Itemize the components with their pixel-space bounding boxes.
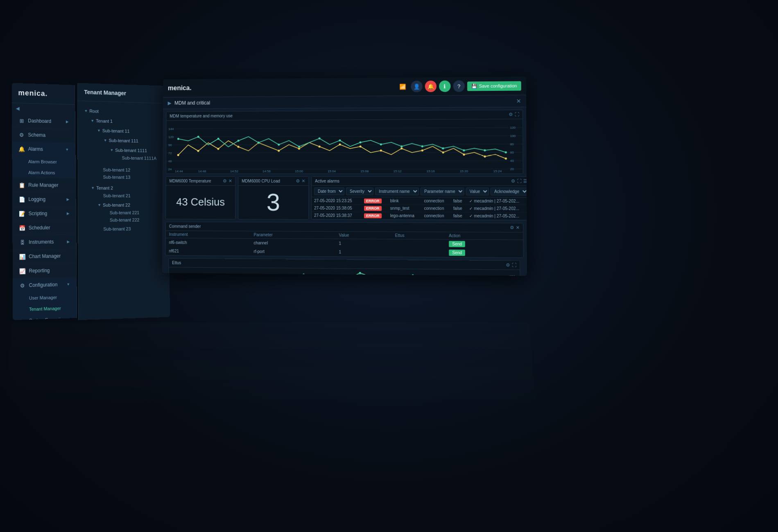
sidebar-item-logging[interactable]: 📄 Logging ▶ bbox=[12, 192, 76, 207]
svg-line-0 bbox=[166, 127, 522, 128]
save-config-button[interactable]: 💾 Save configuration bbox=[467, 81, 521, 91]
parameter-filter[interactable]: Parameter name bbox=[421, 187, 464, 195]
sidebar-item-instruments[interactable]: 🎛 Instruments ▶ bbox=[12, 235, 76, 250]
alarms-list-icon[interactable]: ☰ bbox=[523, 178, 527, 184]
svg-text:24: 24 bbox=[168, 167, 172, 171]
tree-leaf-12[interactable]: Sub-tenant 12 bbox=[95, 166, 165, 174]
sidebar-item-chart-manager[interactable]: 📊 Chart Manager bbox=[13, 249, 76, 264]
alarm-instrument: snmp_test bbox=[388, 205, 422, 212]
chart-settings-icon[interactable]: ⚙ bbox=[509, 112, 513, 117]
svg-point-23 bbox=[278, 150, 280, 152]
sidebar-item-alarms[interactable]: 🔔 Alarms ▼ bbox=[12, 142, 75, 157]
main-logo: menica. bbox=[168, 84, 192, 92]
sidebar-sub-alarm-browser[interactable]: Alarm Browser bbox=[12, 156, 75, 167]
tree-root: ▼ Root ▼ Tenant 1 ▼ Sub-tenant 11 bbox=[82, 105, 165, 236]
tree-leaf-21[interactable]: Sub-tenant 21 bbox=[95, 192, 165, 199]
temp-settings-icon[interactable]: ⚙ bbox=[223, 178, 227, 184]
wifi-icon-btn[interactable]: 📶 bbox=[397, 81, 408, 92]
tree-leaf-13[interactable]: Sub-tenant 13 bbox=[95, 174, 165, 181]
cpu-close-icon[interactable]: ✕ bbox=[301, 178, 305, 184]
sidebar-item-reporting[interactable]: 📈 Reporting bbox=[13, 263, 77, 279]
svg-text:80: 80 bbox=[510, 142, 514, 146]
sidebar-collapse-btn[interactable]: ◀ bbox=[12, 103, 75, 115]
send-button[interactable]: Send bbox=[449, 241, 465, 247]
arrow-icon: ▶ bbox=[67, 240, 70, 244]
tree-leaf-1111A[interactable]: Sub-tenant 1111A bbox=[114, 154, 164, 162]
chart-title: MDM temperature and memory use bbox=[170, 114, 233, 119]
value-filter[interactable]: Value bbox=[466, 187, 489, 195]
config-icon: ⚙ bbox=[19, 282, 26, 289]
date-from-filter[interactable]: Date from bbox=[314, 187, 344, 195]
tree-subtenant111: ▼ Sub-tenant 111 ▼ Sub-tenant 1111 bbox=[101, 135, 165, 165]
instruments-icon: 🎛 bbox=[19, 239, 25, 246]
subtenant1111-label[interactable]: ▼ Sub-tenant 1111 bbox=[108, 146, 165, 155]
cmd-action: Send bbox=[446, 248, 523, 257]
sidebar-item-configuration[interactable]: ⚙ Configuration ▼ bbox=[13, 277, 77, 293]
sub-header-title: MDM and critical bbox=[174, 100, 210, 106]
severity-filter[interactable]: Severity bbox=[346, 187, 373, 195]
save-config-label: Save configuration bbox=[479, 83, 517, 88]
alarms-settings-icon[interactable]: ⚙ bbox=[511, 178, 515, 184]
svg-point-18 bbox=[177, 154, 179, 156]
subtenant11-text: Sub-tenant 11 bbox=[102, 128, 130, 133]
subtenant111-label[interactable]: ▼ Sub-tenant 111 bbox=[101, 136, 164, 145]
alarms-expand-icon[interactable]: ⛶ bbox=[517, 178, 521, 184]
cmd-close-icon[interactable]: ✕ bbox=[516, 225, 520, 230]
bell-icon-btn[interactable]: 🔔 bbox=[425, 81, 436, 92]
tree-leaf-23[interactable]: Sub-tenant 23 bbox=[95, 225, 165, 233]
user-icon-btn[interactable]: 👤 bbox=[411, 81, 422, 92]
tree-leaf-222[interactable]: Sub-tenant 222 bbox=[102, 216, 165, 224]
tenant-tree: ▼ Root ▼ Tenant 1 ▼ Sub-tenant 11 bbox=[78, 101, 169, 240]
back-arrow[interactable]: ▶ bbox=[168, 100, 172, 106]
instrument-filter[interactable]: Instrument name bbox=[375, 187, 419, 195]
sidebar-item-label: Rule Manager bbox=[28, 182, 58, 188]
sidebar-item-schema[interactable]: ⚙ Schema bbox=[12, 128, 75, 143]
alarm-severity: ERROR bbox=[362, 197, 388, 205]
sidebar-item-label: Dashboard bbox=[28, 118, 51, 124]
chart-expand-icon[interactable]: ⛶ bbox=[515, 112, 519, 117]
cmd-title: Command sender bbox=[169, 224, 201, 228]
svg-point-51 bbox=[505, 151, 507, 153]
cpu-settings-icon[interactable]: ⚙ bbox=[296, 178, 300, 184]
chart-controls: ⚙ ⛶ bbox=[509, 112, 519, 117]
help-icon-btn[interactable]: ? bbox=[453, 80, 464, 92]
cmd-value: 1 bbox=[336, 248, 392, 257]
temp-close-icon[interactable]: ✕ bbox=[228, 178, 232, 184]
sidebar-item-scripting[interactable]: 📝 Scripting ▶ bbox=[12, 207, 76, 221]
sidebar-item-scheduler[interactable]: 📅 Scheduler bbox=[12, 221, 76, 235]
sidebar-sub-alarm-actions[interactable]: Alarm Actions bbox=[12, 167, 75, 178]
svg-point-41 bbox=[298, 146, 300, 148]
subtenant22-label[interactable]: ▼ Sub-tenant 22 bbox=[95, 201, 165, 209]
svg-point-32 bbox=[463, 153, 465, 156]
svg-point-29 bbox=[400, 147, 403, 149]
sidebar-item-dashboard[interactable]: ⊞ Dashboard ▶ bbox=[12, 113, 75, 129]
tree-leaf-221[interactable]: Sub-tenant 221 bbox=[102, 209, 165, 216]
svg-point-35 bbox=[177, 138, 179, 140]
sidebar-item-rule-manager[interactable]: 📋 Rule Manager bbox=[12, 178, 76, 192]
schema-icon: ⚙ bbox=[18, 131, 25, 138]
ettus-settings-icon[interactable]: ⚙ bbox=[506, 262, 510, 268]
cpu-widget: MDM6000 CPU Load ⚙ ✕ 3 bbox=[238, 176, 309, 220]
alarm-row: 27-05-2020 15:38:05 ERROR snmp_test conn… bbox=[312, 204, 527, 212]
svg-line-2 bbox=[166, 144, 522, 145]
alarm-row: 27-05-2020 15:38:37 ERROR lego-antenna c… bbox=[312, 212, 527, 220]
acknowledge-filter[interactable]: Acknowledge bbox=[491, 187, 527, 195]
svg-text:144: 144 bbox=[168, 127, 174, 131]
scripting-icon: 📝 bbox=[19, 210, 25, 217]
svg-point-20 bbox=[217, 148, 219, 150]
alarm-ack: ✓ mecadmin | 27-05-202... bbox=[467, 205, 527, 212]
cmd-ettus bbox=[392, 239, 446, 248]
close-button[interactable]: ✕ bbox=[516, 98, 521, 104]
info-icon-btn[interactable]: ℹ bbox=[439, 81, 450, 92]
svg-point-46 bbox=[400, 145, 403, 147]
svg-point-48 bbox=[442, 147, 444, 149]
middle-row: MDM6000 Temperature ⚙ ✕ 43 Celsius MDM60… bbox=[165, 176, 523, 221]
tenant-manager-title: Tenant Manager bbox=[78, 83, 168, 104]
alarm-severity: ERROR bbox=[362, 212, 388, 219]
tree-tenant2-label[interactable]: ▼ Tenant 2 bbox=[88, 184, 165, 192]
alarms-widget: Active alarms ⚙ ⛶ ☰ Date from Severity bbox=[311, 176, 527, 221]
ettus-expand-icon[interactable]: ⛶ bbox=[512, 262, 516, 268]
cmd-settings-icon[interactable]: ⚙ bbox=[510, 225, 514, 230]
ettus-chart-title: Ettus bbox=[172, 261, 181, 265]
send-button[interactable]: Send bbox=[449, 250, 465, 256]
